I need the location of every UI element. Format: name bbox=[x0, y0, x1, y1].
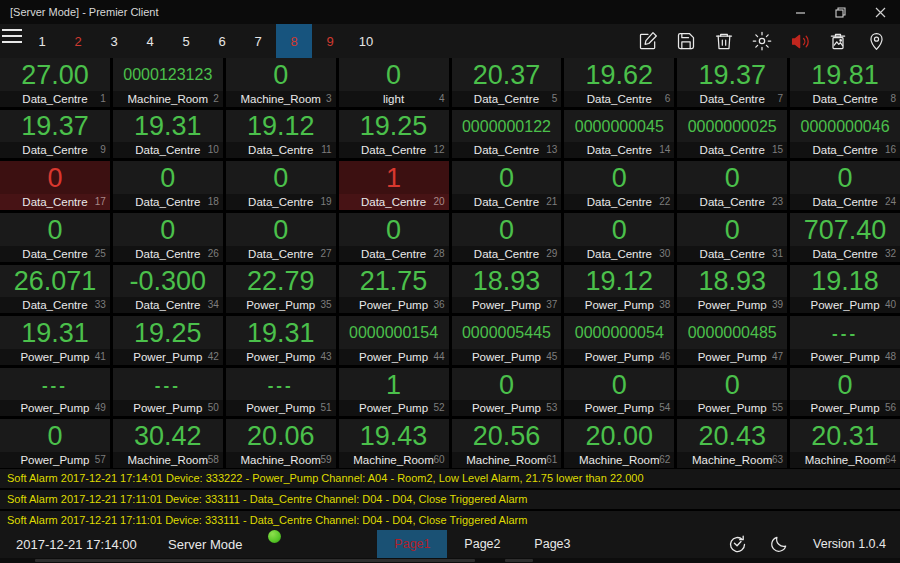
grid-cell-42[interactable]: 19.25Power_Pump42 bbox=[113, 316, 223, 365]
horizontal-scrollbar[interactable] bbox=[0, 558, 900, 563]
page-tab-page1[interactable]: Page1 bbox=[377, 530, 447, 558]
toolbar-tab-1[interactable]: 1 bbox=[24, 24, 60, 58]
grid-cell-2[interactable]: 0000123123Machine_Room2 bbox=[113, 58, 223, 107]
grid-cell-46[interactable]: 0000000054Power_Pump46 bbox=[564, 316, 674, 365]
grid-cell-53[interactable]: 0Power_Pump53 bbox=[452, 368, 562, 417]
cell-label-row: Data_Centre14 bbox=[564, 142, 674, 158]
toolbar-tab-3[interactable]: 3 bbox=[96, 24, 132, 58]
toolbar-tab-6[interactable]: 6 bbox=[204, 24, 240, 58]
grid-cell-30[interactable]: 0Data_Centre30 bbox=[564, 213, 674, 262]
grid-cell-16[interactable]: 0000000046Data_Centre16 bbox=[790, 110, 900, 159]
page-tab-page3[interactable]: Page3 bbox=[517, 530, 587, 558]
save-icon[interactable] bbox=[674, 29, 698, 53]
grid-cell-64[interactable]: 20.31Machine_Room64 bbox=[790, 419, 900, 468]
grid-cell-12[interactable]: 19.25Data_Centre12 bbox=[339, 110, 449, 159]
alarm-message[interactable]: Soft Alarm 2017-12-21 17:11:01 Device: 3… bbox=[0, 490, 900, 509]
scrollbar-thumb[interactable] bbox=[35, 559, 475, 562]
alarm-message[interactable]: Soft Alarm 2017-12-21 17:14:01 Device: 3… bbox=[0, 469, 900, 488]
toolbar-tab-5[interactable]: 5 bbox=[168, 24, 204, 58]
grid-cell-54[interactable]: 0Power_Pump54 bbox=[564, 368, 674, 417]
grid-cell-39[interactable]: 18.93Power_Pump39 bbox=[677, 265, 787, 314]
grid-cell-35[interactable]: 22.79Power_Pump35 bbox=[226, 265, 336, 314]
grid-cell-40[interactable]: 19.18Power_Pump40 bbox=[790, 265, 900, 314]
grid-cell-13[interactable]: 0000000122Data_Centre13 bbox=[452, 110, 562, 159]
toolbar-tab-7[interactable]: 7 bbox=[240, 24, 276, 58]
minimize-button[interactable] bbox=[780, 0, 820, 24]
restore-button[interactable] bbox=[820, 0, 860, 24]
toolbar-tab-9[interactable]: 9 bbox=[312, 24, 348, 58]
grid-cell-31[interactable]: 0Data_Centre31 bbox=[677, 213, 787, 262]
cell-label-row: light4 bbox=[339, 91, 449, 107]
grid-cell-34[interactable]: -0.300Data_Centre34 bbox=[113, 265, 223, 314]
grid-cell-5[interactable]: 20.37Data_Centre5 bbox=[452, 58, 562, 107]
edit-icon[interactable] bbox=[636, 29, 660, 53]
sound-icon[interactable] bbox=[788, 29, 812, 53]
settings-icon[interactable] bbox=[750, 29, 774, 53]
grid-cell-43[interactable]: 19.31Power_Pump43 bbox=[226, 316, 336, 365]
grid-cell-60[interactable]: 19.43Machine_Room60 bbox=[339, 419, 449, 468]
grid-cell-1[interactable]: 27.00Data_Centre1 bbox=[0, 58, 110, 107]
grid-cell-45[interactable]: 0000005445Power_Pump45 bbox=[452, 316, 562, 365]
toolbar-tab-10[interactable]: 10 bbox=[348, 24, 384, 58]
grid-cell-48[interactable]: ---Power_Pump48 bbox=[790, 316, 900, 365]
grid-cell-7[interactable]: 19.37Data_Centre7 bbox=[677, 58, 787, 107]
grid-cell-55[interactable]: 0Power_Pump55 bbox=[677, 368, 787, 417]
grid-cell-44[interactable]: 0000000154Power_Pump44 bbox=[339, 316, 449, 365]
grid-cell-41[interactable]: 19.31Power_Pump41 bbox=[0, 316, 110, 365]
grid-cell-14[interactable]: 0000000045Data_Centre14 bbox=[564, 110, 674, 159]
grid-cell-11[interactable]: 19.12Data_Centre11 bbox=[226, 110, 336, 159]
grid-cell-10[interactable]: 19.31Data_Centre10 bbox=[113, 110, 223, 159]
grid-cell-58[interactable]: 30.42Machine_Room58 bbox=[113, 419, 223, 468]
grid-cell-15[interactable]: 0000000025Data_Centre15 bbox=[677, 110, 787, 159]
grid-cell-59[interactable]: 20.06Machine_Room59 bbox=[226, 419, 336, 468]
grid-cell-28[interactable]: 0Data_Centre28 bbox=[339, 213, 449, 262]
grid-cell-25[interactable]: 0Data_Centre25 bbox=[0, 213, 110, 262]
clear-image-icon[interactable] bbox=[826, 29, 850, 53]
grid-cell-61[interactable]: 20.56Machine_Room61 bbox=[452, 419, 562, 468]
grid-cell-57[interactable]: 0Power_Pump57 bbox=[0, 419, 110, 468]
location-icon[interactable] bbox=[864, 29, 888, 53]
grid-cell-8[interactable]: 19.81Data_Centre8 bbox=[790, 58, 900, 107]
grid-cell-20[interactable]: 1Data_Centre20 bbox=[339, 161, 449, 210]
toolbar-tab-8[interactable]: 8 bbox=[276, 24, 312, 58]
toolbar-tab-4[interactable]: 4 bbox=[132, 24, 168, 58]
delete-icon[interactable] bbox=[712, 29, 736, 53]
grid-cell-51[interactable]: ---Power_Pump51 bbox=[226, 368, 336, 417]
grid-cell-4[interactable]: 0light4 bbox=[339, 58, 449, 107]
grid-cell-27[interactable]: 0Data_Centre27 bbox=[226, 213, 336, 262]
cell-value: 19.25 bbox=[113, 316, 223, 349]
grid-cell-56[interactable]: 0Power_Pump56 bbox=[790, 368, 900, 417]
grid-cell-22[interactable]: 0Data_Centre22 bbox=[564, 161, 674, 210]
alarm-message[interactable]: Soft Alarm 2017-12-21 17:11:01 Device: 3… bbox=[0, 511, 900, 530]
page-tab-page2[interactable]: Page2 bbox=[447, 530, 517, 558]
grid-cell-36[interactable]: 21.75Power_Pump36 bbox=[339, 265, 449, 314]
grid-cell-23[interactable]: 0Data_Centre23 bbox=[677, 161, 787, 210]
grid-cell-50[interactable]: ---Power_Pump50 bbox=[113, 368, 223, 417]
grid-cell-26[interactable]: 0Data_Centre26 bbox=[113, 213, 223, 262]
grid-cell-6[interactable]: 19.62Data_Centre6 bbox=[564, 58, 674, 107]
grid-cell-49[interactable]: ---Power_Pump49 bbox=[0, 368, 110, 417]
grid-cell-37[interactable]: 18.93Power_Pump37 bbox=[452, 265, 562, 314]
grid-cell-32[interactable]: 707.40Data_Centre32 bbox=[790, 213, 900, 262]
close-button[interactable] bbox=[860, 0, 900, 24]
grid-cell-47[interactable]: 0000000485Power_Pump47 bbox=[677, 316, 787, 365]
grid-cell-21[interactable]: 0Data_Centre21 bbox=[452, 161, 562, 210]
sync-icon[interactable] bbox=[725, 532, 749, 556]
toolbar-tab-2[interactable]: 2 bbox=[60, 24, 96, 58]
moon-icon[interactable] bbox=[767, 532, 791, 556]
grid-cell-29[interactable]: 0Data_Centre29 bbox=[452, 213, 562, 262]
grid-cell-33[interactable]: 26.071Data_Centre33 bbox=[0, 265, 110, 314]
cell-label-row: Power_Pump41 bbox=[0, 349, 110, 365]
grid-cell-52[interactable]: 1Power_Pump52 bbox=[339, 368, 449, 417]
scrollbar-thumb-secondary[interactable] bbox=[505, 559, 533, 562]
grid-cell-38[interactable]: 19.12Power_Pump38 bbox=[564, 265, 674, 314]
grid-cell-17[interactable]: 0Data_Centre17 bbox=[0, 161, 110, 210]
grid-cell-19[interactable]: 0Data_Centre19 bbox=[226, 161, 336, 210]
grid-cell-62[interactable]: 20.00Machine_Room62 bbox=[564, 419, 674, 468]
menu-icon[interactable] bbox=[0, 24, 24, 48]
grid-cell-3[interactable]: 0Machine_Room3 bbox=[226, 58, 336, 107]
grid-cell-9[interactable]: 19.37Data_Centre9 bbox=[0, 110, 110, 159]
grid-cell-63[interactable]: 20.43Machine_Room63 bbox=[677, 419, 787, 468]
grid-cell-24[interactable]: 0Data_Centre24 bbox=[790, 161, 900, 210]
grid-cell-18[interactable]: 0Data_Centre18 bbox=[113, 161, 223, 210]
